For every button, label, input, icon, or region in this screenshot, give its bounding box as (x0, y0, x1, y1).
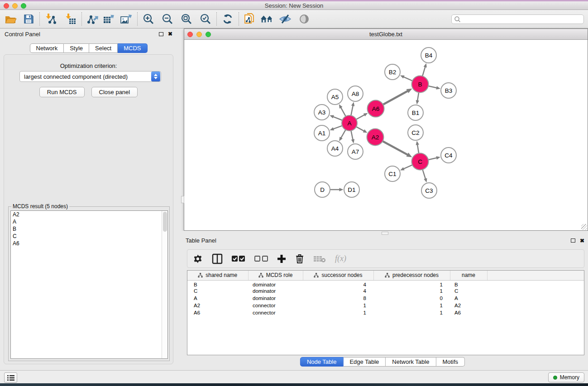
network-node-A1[interactable]: A1 (314, 125, 330, 141)
network-node-A7[interactable]: A7 (348, 144, 363, 159)
table-row[interactable]: A2connector11A2 (187, 302, 584, 309)
table-tab-edge-table[interactable]: Edge Table (343, 357, 386, 367)
edge-C-C4[interactable] (427, 156, 440, 160)
network-node-A2[interactable]: A2 (367, 129, 384, 146)
mcds-result-item[interactable]: A (11, 218, 167, 225)
resize-grip-icon[interactable] (581, 224, 587, 230)
network-node-C1[interactable]: C1 (385, 166, 400, 181)
mcds-result-item[interactable]: A6 (11, 240, 167, 247)
edge-B-B1[interactable] (416, 91, 419, 104)
add-column-icon[interactable] (277, 252, 286, 266)
network-node-C[interactable]: C (412, 153, 429, 170)
network-node-A[interactable]: A (342, 115, 357, 131)
table-tab-network-table[interactable]: Network Table (386, 357, 436, 367)
network-from-file-icon[interactable] (243, 11, 257, 27)
network-node-A3[interactable]: A3 (314, 105, 330, 120)
delete-column-trash-icon[interactable] (295, 252, 304, 266)
save-session-icon[interactable] (22, 11, 35, 27)
run-mcds-button[interactable]: Run MCDS (39, 87, 85, 97)
mcds-result-item[interactable]: B (11, 225, 167, 233)
network-node-A6[interactable]: A6 (368, 100, 384, 117)
edge-A2-C[interactable] (382, 141, 412, 157)
delete-table-icon[interactable] (313, 252, 326, 266)
column-layout-icon[interactable] (212, 252, 223, 266)
edge-A6-B[interactable] (382, 89, 412, 105)
refresh-icon[interactable] (221, 11, 234, 27)
column-header-predecessor-nodes[interactable]: predecessor nodes (373, 271, 450, 280)
edge-B-B4[interactable] (422, 63, 427, 77)
network-node-B3[interactable]: B3 (441, 83, 456, 98)
mcds-result-item[interactable]: A2 (11, 211, 167, 218)
scrollbar[interactable] (162, 211, 167, 358)
tab-style[interactable]: Style (64, 43, 89, 53)
edge-D-D1[interactable] (329, 188, 344, 191)
optimization-criterion-select[interactable]: largest connected component (directed) (19, 71, 161, 82)
show-panels-houses-icon[interactable] (260, 11, 274, 27)
network-node-D[interactable]: D (315, 182, 330, 197)
network-window-titlebar[interactable]: testGlobe.txt (184, 29, 588, 40)
export-image-icon[interactable] (120, 11, 133, 27)
mcds-result-item[interactable]: C (11, 233, 167, 240)
network-node-A5[interactable]: A5 (327, 89, 343, 105)
edge-A-A7[interactable] (351, 130, 354, 143)
tab-mcds[interactable]: MCDS (118, 43, 147, 53)
edge-A-A6[interactable] (355, 113, 368, 120)
column-header-successor-nodes[interactable]: successor nodes (303, 271, 373, 280)
zoom-selected-icon[interactable] (199, 11, 212, 27)
close-table-panel-icon[interactable]: ✖ (580, 238, 584, 243)
open-session-icon[interactable] (4, 11, 17, 27)
select-all-icon[interactable] (232, 252, 245, 266)
edge-A-A4[interactable] (339, 129, 346, 141)
edge-A-A8[interactable] (351, 102, 354, 116)
table-tab-node-table[interactable]: Node Table (300, 357, 344, 367)
close-panel-button[interactable]: Close panel (91, 87, 138, 97)
show-graphics-eye-icon[interactable] (297, 11, 311, 27)
hide-details-eye-slash-icon[interactable] (278, 11, 292, 27)
search-input[interactable] (461, 15, 583, 23)
edge-C-C3[interactable] (422, 169, 427, 183)
table-row[interactable]: Bdominator41B (187, 280, 584, 287)
splitter-grip-horizontal[interactable] (382, 232, 388, 235)
import-network-icon[interactable] (44, 11, 57, 27)
network-node-B[interactable]: B (412, 76, 429, 93)
tab-network[interactable]: Network (29, 43, 64, 53)
export-network-icon[interactable] (86, 11, 100, 27)
column-header-shared-name[interactable]: shared name (187, 271, 248, 280)
minimize-network-button[interactable] (196, 32, 202, 37)
node-table-grid[interactable]: shared nameMCDS rolesuccessor nodesprede… (187, 270, 584, 355)
export-table-icon[interactable] (102, 11, 116, 27)
network-canvas-svg[interactable]: B4B2BB3A8A5A6A3B1AA1C2A2A4A7C4CC1C3DD1 (184, 40, 588, 230)
edge-B-B3[interactable] (427, 86, 440, 90)
edge-A-A5[interactable] (339, 104, 346, 117)
memory-button[interactable]: Memory (548, 372, 584, 382)
table-tab-motifs[interactable]: Motifs (436, 357, 465, 367)
edge-A-A1[interactable] (330, 125, 343, 130)
network-node-C2[interactable]: C2 (408, 125, 423, 140)
table-row[interactable]: A6connector11A6 (187, 309, 584, 316)
column-header-MCDS-role[interactable]: MCDS role (248, 271, 303, 280)
function-builder-icon[interactable]: f(x) (335, 254, 346, 263)
zoom-fit-icon[interactable] (180, 11, 193, 27)
edge-B-B2[interactable] (400, 75, 413, 81)
float-table-panel-icon[interactable] (571, 238, 575, 243)
search-field[interactable] (451, 14, 584, 24)
zoom-window-button[interactable] (21, 3, 26, 9)
network-node-A4[interactable]: A4 (327, 141, 343, 156)
close-window-button[interactable] (4, 3, 9, 9)
minimize-window-button[interactable] (12, 3, 18, 9)
edge-C-C2[interactable] (416, 141, 419, 154)
task-history-button[interactable] (4, 372, 17, 383)
import-table-icon[interactable] (64, 11, 77, 27)
network-node-B1[interactable]: B1 (408, 105, 423, 120)
network-node-A8[interactable]: A8 (348, 86, 363, 101)
edge-A-A2[interactable] (355, 126, 367, 133)
edge-C-C1[interactable] (400, 165, 413, 171)
zoom-network-button[interactable] (206, 32, 211, 37)
column-header-name[interactable]: name (450, 271, 487, 280)
float-panel-icon[interactable] (159, 32, 163, 36)
settings-gear-icon[interactable] (193, 252, 203, 266)
close-network-button[interactable] (187, 32, 193, 37)
unselect-all-icon[interactable] (254, 252, 268, 266)
network-node-C3[interactable]: C3 (421, 183, 437, 198)
network-node-B4[interactable]: B4 (421, 48, 436, 63)
